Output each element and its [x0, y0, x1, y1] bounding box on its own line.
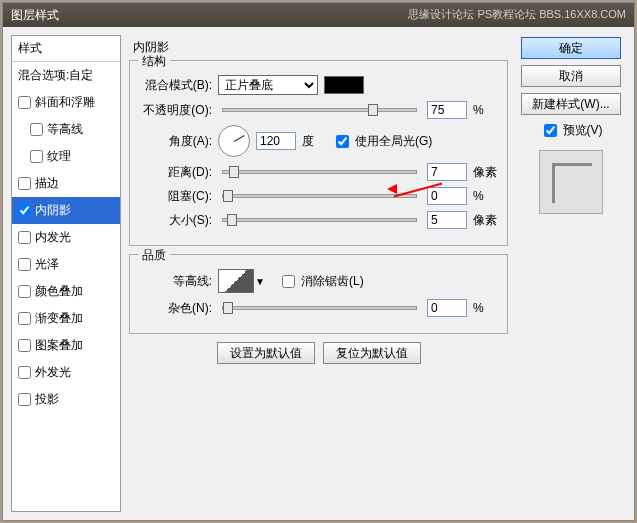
- blend-mode-label: 混合模式(B):: [140, 77, 212, 94]
- distance-input[interactable]: [427, 163, 467, 181]
- choke-unit: %: [473, 189, 497, 203]
- quality-group: 品质 等高线: ▼ 消除锯齿(L) 杂色(N): %: [129, 254, 508, 334]
- style-item-6[interactable]: 光泽: [12, 251, 120, 278]
- opacity-unit: %: [473, 103, 497, 117]
- dialog-title: 图层样式: [11, 7, 59, 23]
- angle-dial[interactable]: [218, 125, 250, 157]
- style-item-10[interactable]: 外发光: [12, 359, 120, 386]
- global-light-checkbox[interactable]: 使用全局光(G): [332, 132, 432, 151]
- contour-label: 等高线:: [140, 273, 212, 290]
- distance-unit: 像素: [473, 164, 497, 181]
- panel-title: 内阴影: [129, 35, 508, 60]
- styles-panel: 样式 混合选项:自定 斜面和浮雕等高线纹理描边内阴影内发光光泽颜色叠加渐变叠加图…: [11, 35, 121, 512]
- action-panel: 确定 取消 新建样式(W)... 预览(V): [516, 35, 626, 512]
- noise-input[interactable]: [427, 299, 467, 317]
- size-unit: 像素: [473, 212, 497, 229]
- new-style-button[interactable]: 新建样式(W)...: [521, 93, 621, 115]
- styles-header: 样式: [12, 36, 120, 62]
- style-item-7[interactable]: 颜色叠加: [12, 278, 120, 305]
- angle-input[interactable]: [256, 132, 296, 150]
- blend-mode-select[interactable]: 正片叠底: [218, 75, 318, 95]
- structure-title: 结构: [138, 53, 170, 70]
- size-label: 大小(S):: [140, 212, 212, 229]
- cancel-button[interactable]: 取消: [521, 65, 621, 87]
- quality-title: 品质: [138, 247, 170, 264]
- antialias-checkbox[interactable]: 消除锯齿(L): [278, 272, 364, 291]
- opacity-slider[interactable]: [222, 108, 417, 112]
- preview-swatch: [539, 150, 603, 214]
- opacity-label: 不透明度(O):: [140, 102, 212, 119]
- settings-panel: 内阴影 结构 混合模式(B): 正片叠底 不透明度(O): %: [129, 35, 508, 512]
- choke-slider[interactable]: [222, 194, 417, 198]
- noise-label: 杂色(N):: [140, 300, 212, 317]
- size-slider[interactable]: [222, 218, 417, 222]
- watermark-text: 思缘设计论坛 PS教程论坛 BBS.16XX8.COM: [408, 7, 626, 23]
- blending-options-item[interactable]: 混合选项:自定: [12, 62, 120, 89]
- style-item-5[interactable]: 内发光: [12, 224, 120, 251]
- noise-slider[interactable]: [222, 306, 417, 310]
- distance-label: 距离(D):: [140, 164, 212, 181]
- style-item-8[interactable]: 渐变叠加: [12, 305, 120, 332]
- ok-button[interactable]: 确定: [521, 37, 621, 59]
- choke-input[interactable]: [427, 187, 467, 205]
- dialog-content: 样式 混合选项:自定 斜面和浮雕等高线纹理描边内阴影内发光光泽颜色叠加渐变叠加图…: [3, 27, 634, 520]
- style-item-3[interactable]: 描边: [12, 170, 120, 197]
- size-input[interactable]: [427, 211, 467, 229]
- make-default-button[interactable]: 设置为默认值: [217, 342, 315, 364]
- style-item-9[interactable]: 图案叠加: [12, 332, 120, 359]
- opacity-input[interactable]: [427, 101, 467, 119]
- shadow-color-swatch[interactable]: [324, 76, 364, 94]
- angle-label: 角度(A):: [140, 133, 212, 150]
- style-item-0[interactable]: 斜面和浮雕: [12, 89, 120, 116]
- reset-default-button[interactable]: 复位为默认值: [323, 342, 421, 364]
- style-item-1[interactable]: 等高线: [12, 116, 120, 143]
- titlebar: 图层样式 思缘设计论坛 PS教程论坛 BBS.16XX8.COM: [3, 3, 634, 27]
- choke-label: 阻塞(C):: [140, 188, 212, 205]
- distance-slider[interactable]: [222, 170, 417, 174]
- noise-unit: %: [473, 301, 497, 315]
- layer-style-dialog: 图层样式 思缘设计论坛 PS教程论坛 BBS.16XX8.COM 样式 混合选项…: [2, 2, 635, 521]
- contour-picker[interactable]: ▼: [218, 269, 254, 293]
- structure-group: 结构 混合模式(B): 正片叠底 不透明度(O): % 角度(A):: [129, 60, 508, 246]
- style-item-2[interactable]: 纹理: [12, 143, 120, 170]
- style-item-4[interactable]: 内阴影: [12, 197, 120, 224]
- style-item-11[interactable]: 投影: [12, 386, 120, 413]
- styles-list: 样式 混合选项:自定 斜面和浮雕等高线纹理描边内阴影内发光光泽颜色叠加渐变叠加图…: [11, 35, 121, 512]
- preview-checkbox[interactable]: 预览(V): [540, 121, 603, 140]
- angle-unit: 度: [302, 133, 326, 150]
